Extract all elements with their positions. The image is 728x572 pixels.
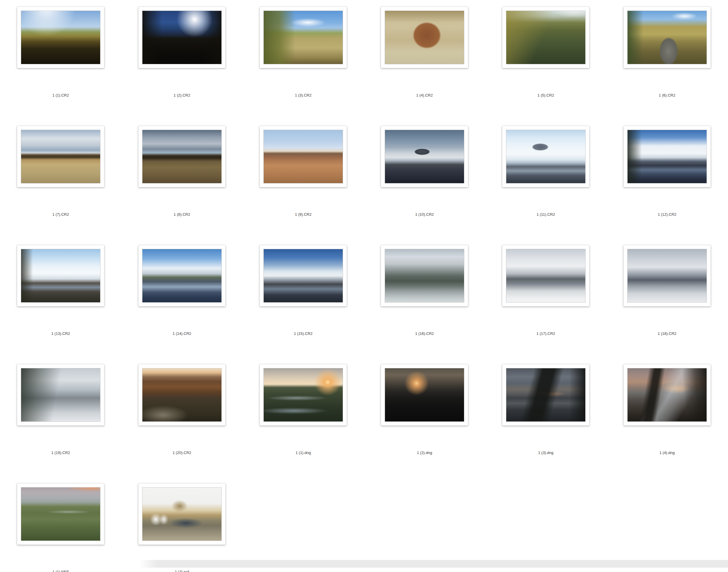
file-name[interactable]: 1 (5).CR2 xyxy=(537,93,554,97)
photo-preview xyxy=(21,130,101,184)
file-name[interactable]: 1 (3).CR2 xyxy=(295,93,311,97)
file-item: 1 (7).CR2 xyxy=(0,126,121,245)
file-thumbnail[interactable] xyxy=(623,364,711,426)
file-thumbnail[interactable] xyxy=(138,364,225,426)
file-thumbnail[interactable] xyxy=(502,7,589,68)
file-item: 1 (4).CR2 xyxy=(364,7,485,126)
file-name[interactable]: 1 (7).CR2 xyxy=(52,212,69,217)
file-item: 1 (12).CR2 xyxy=(606,126,728,245)
file-thumbnail[interactable] xyxy=(381,364,468,426)
photo-preview xyxy=(21,249,101,303)
file-item: 1 (10).CR2 xyxy=(364,126,485,245)
file-name[interactable]: 1 (16).CR2 xyxy=(415,331,434,336)
file-item: 1 (15).CR2 xyxy=(243,245,364,364)
photo-preview xyxy=(506,249,586,303)
photo-preview xyxy=(506,368,586,422)
file-thumbnail[interactable] xyxy=(502,126,589,187)
file-name[interactable]: 1 (2).CR2 xyxy=(174,93,190,97)
file-thumbnail[interactable] xyxy=(17,7,104,68)
thumbnail-grid: 1 (1).CR2 1 (2).CR2 1 (3).CR2 1 (4).CR2 … xyxy=(0,0,728,572)
file-thumbnail[interactable] xyxy=(17,364,104,426)
file-item: 1 (9).CR2 xyxy=(243,126,364,245)
file-thumbnail[interactable] xyxy=(17,126,104,187)
file-thumbnail[interactable] xyxy=(502,364,589,426)
file-thumbnail[interactable] xyxy=(623,245,711,306)
photo-preview xyxy=(142,368,222,422)
file-item: 1 (2).nef xyxy=(121,483,243,572)
photo-preview xyxy=(506,11,586,64)
file-name[interactable]: 1 (4).CR2 xyxy=(416,93,433,97)
file-item: 1 (11).CR2 xyxy=(485,126,606,245)
file-name[interactable]: 1 (10).CR2 xyxy=(415,212,434,217)
file-thumbnail[interactable] xyxy=(138,245,225,306)
photo-preview xyxy=(385,11,464,64)
file-item: 1 (1).dng xyxy=(243,364,364,483)
file-name[interactable]: 1 (4).dng xyxy=(659,450,674,455)
file-thumbnail[interactable] xyxy=(138,126,225,187)
file-name[interactable]: 1 (1).NEF xyxy=(52,570,69,572)
photo-preview xyxy=(506,130,586,184)
file-thumbnail[interactable] xyxy=(502,245,589,306)
file-name[interactable]: 1 (18).CR2 xyxy=(658,331,677,336)
file-name[interactable]: 1 (17).CR2 xyxy=(536,331,555,336)
file-item: 1 (2).dng xyxy=(364,364,485,483)
file-name[interactable]: 1 (8).CR2 xyxy=(174,212,190,217)
file-item: 1 (8).CR2 xyxy=(121,126,243,245)
file-thumbnail[interactable] xyxy=(381,126,468,187)
photo-preview xyxy=(627,11,707,64)
file-thumbnail[interactable] xyxy=(623,126,711,187)
photo-preview xyxy=(21,11,101,64)
photo-preview xyxy=(21,487,101,541)
photo-preview xyxy=(627,249,707,303)
file-thumbnail[interactable] xyxy=(381,245,468,306)
file-name[interactable]: 1 (3).dng xyxy=(538,450,553,455)
file-item: 1 (3).CR2 xyxy=(243,7,364,126)
file-name[interactable]: 1 (13).CR2 xyxy=(51,331,70,336)
photo-preview xyxy=(142,249,222,303)
photo-preview xyxy=(263,368,343,422)
file-item: 1 (1).CR2 xyxy=(0,7,121,126)
file-name[interactable]: 1 (11).CR2 xyxy=(536,212,555,217)
file-name[interactable]: 1 (19).CR2 xyxy=(51,450,70,455)
file-name[interactable]: 1 (2).dng xyxy=(417,450,432,455)
file-item: 1 (18).CR2 xyxy=(606,245,728,364)
file-item: 1 (17).CR2 xyxy=(485,245,606,364)
file-thumbnail[interactable] xyxy=(17,245,104,306)
file-name[interactable]: 1 (9).CR2 xyxy=(295,212,311,217)
file-thumbnail[interactable] xyxy=(260,7,347,68)
file-name[interactable]: 1 (1).dng xyxy=(295,450,311,455)
photo-preview xyxy=(142,130,222,184)
file-name[interactable]: 1 (1).CR2 xyxy=(52,93,69,97)
photo-preview xyxy=(21,368,101,422)
photo-preview xyxy=(263,249,343,303)
photo-preview xyxy=(263,11,343,64)
file-item: 1 (4).dng xyxy=(606,364,728,483)
file-thumbnail[interactable] xyxy=(138,483,225,545)
file-item: 1 (16).CR2 xyxy=(364,245,485,364)
file-thumbnail[interactable] xyxy=(260,126,347,187)
photo-preview xyxy=(627,368,707,422)
file-item: 1 (13).CR2 xyxy=(0,245,121,364)
file-item: 1 (3).dng xyxy=(485,364,606,483)
photo-preview xyxy=(142,11,222,64)
file-item: 1 (6).CR2 xyxy=(606,7,728,126)
file-thumbnail[interactable] xyxy=(381,7,468,68)
file-item: 1 (5).CR2 xyxy=(485,7,606,126)
photo-preview xyxy=(142,487,222,541)
file-item: 1 (19).CR2 xyxy=(0,364,121,483)
file-item: 1 (1).NEF xyxy=(0,483,121,572)
photo-preview xyxy=(385,368,464,422)
file-thumbnail[interactable] xyxy=(623,7,711,68)
file-thumbnail[interactable] xyxy=(17,483,104,545)
file-name[interactable]: 1 (20).CR2 xyxy=(173,450,192,455)
file-thumbnail[interactable] xyxy=(260,245,347,306)
file-name[interactable]: 1 (14).CR2 xyxy=(173,331,192,336)
file-name[interactable]: 1 (12).CR2 xyxy=(658,212,677,217)
file-item: 1 (2).CR2 xyxy=(121,7,243,126)
file-item: 1 (14).CR2 xyxy=(121,245,243,364)
file-name[interactable]: 1 (6).CR2 xyxy=(659,93,675,97)
file-name[interactable]: 1 (15).CR2 xyxy=(294,331,313,336)
file-thumbnail[interactable] xyxy=(260,364,347,426)
file-name[interactable]: 1 (2).nef xyxy=(175,570,189,572)
file-thumbnail[interactable] xyxy=(138,7,225,68)
